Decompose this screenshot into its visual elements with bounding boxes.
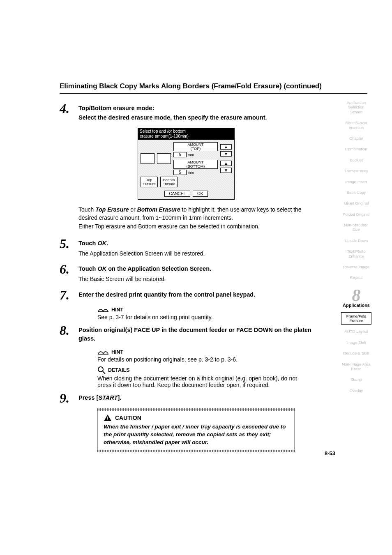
- step-9: 9. Press [START].: [60, 391, 367, 405]
- hint-icon: [97, 306, 109, 313]
- sidebar-item[interactable]: Overlay: [341, 387, 371, 394]
- sidebar-item[interactable]: Transparency: [341, 167, 371, 175]
- step-8-number: 8.: [60, 324, 78, 337]
- top-amount-value: 5: [173, 152, 187, 157]
- sidebar-item[interactable]: Booklet: [341, 156, 371, 164]
- sidebar-item[interactable]: Text/Photo Enhance: [341, 247, 371, 260]
- sidebar-item[interactable]: Book Copy: [341, 189, 371, 196]
- step-8-heading: Position original(s) FACE UP in the docu…: [78, 326, 313, 343]
- sidebar-item[interactable]: Non-Standard Size: [341, 221, 371, 234]
- svg-text:!: !: [107, 416, 108, 421]
- sidebar-item[interactable]: Reverse Image: [341, 263, 371, 271]
- sidebar-item[interactable]: AUTO Layout: [341, 327, 371, 335]
- step-8: 8. Position original(s) FACE UP in the d…: [60, 324, 367, 344]
- bottom-decrease-button[interactable]: ▼: [220, 168, 232, 173]
- page-title: Eliminating Black Copy Marks Along Borde…: [60, 82, 367, 94]
- sidebar-item[interactable]: Non-Image Area Erase: [341, 360, 371, 373]
- step-9-heading: Press [START].: [78, 394, 367, 402]
- unit-label: mm: [188, 153, 194, 157]
- step-7-heading: Enter the desired print quantity from th…: [78, 290, 367, 299]
- step-5-heading: Touch OK.: [78, 239, 367, 248]
- hint-label: HINT: [111, 307, 123, 313]
- step-6-heading: Touch OK on the Application Selection Sc…: [78, 265, 367, 273]
- sidebar-item[interactable]: Reduce & Shift: [341, 349, 371, 357]
- svg-rect-1: [98, 354, 108, 355]
- chapter-label: Applications: [341, 303, 371, 308]
- step-7-hint-text: See p. 3-7 for details on setting print …: [97, 314, 367, 320]
- magnifier-icon: [97, 366, 106, 374]
- step-4-heading-line1: Top/Bottom erasure mode:: [78, 104, 367, 113]
- caution-label: CAUTION: [115, 415, 141, 421]
- sidebar-item[interactable]: Repeat: [341, 274, 371, 281]
- bottom-amount-value: 5: [173, 170, 187, 175]
- sidebar-chapter: 8 Applications: [341, 288, 371, 308]
- sidebar-item[interactable]: Upside Down: [341, 237, 371, 244]
- dialog-title: Select top and /or bottom erasure amount…: [138, 128, 234, 140]
- step-4-heading-line2: Select the desired erasure mode, then sp…: [78, 113, 367, 122]
- sidebar-item[interactable]: Mixed Original: [341, 199, 371, 207]
- step-8-details: DETAILS When closing the document feeder…: [97, 366, 367, 388]
- sidebar-item-frame-fold-erasure[interactable]: Frame/Fold Erasure: [341, 312, 371, 325]
- caution-text: When the finisher / paper exit / inner t…: [104, 423, 288, 447]
- sidebar-item[interactable]: Chapter: [341, 134, 371, 142]
- top-erasure-preview: [141, 153, 154, 164]
- hint-icon: [97, 349, 109, 355]
- sidebar-item[interactable]: Image Insert: [341, 178, 371, 186]
- unit-label-2: mm: [188, 170, 194, 175]
- amount-bottom-label: AMOUNT (BOTTOM): [173, 160, 218, 169]
- warning-icon: !: [104, 414, 112, 421]
- step-4-number: 4.: [60, 102, 78, 115]
- sidebar-item[interactable]: Folded Original: [341, 210, 371, 218]
- top-decrease-button[interactable]: ▼: [220, 151, 232, 157]
- step-5-text: The Application Selection Screen will be…: [78, 249, 367, 258]
- step-5: 5. Touch OK. The Application Selection S…: [60, 237, 367, 258]
- chapter-number: 8: [341, 288, 371, 304]
- bottom-erasure-preview: [157, 153, 171, 164]
- bottom-erasure-tab[interactable]: Bottom Erasure: [160, 177, 178, 187]
- top-increase-button[interactable]: ▲: [220, 144, 232, 150]
- step-6: 6. Touch OK on the Application Selection…: [60, 263, 367, 283]
- svg-line-3: [103, 371, 105, 374]
- step-9-number: 9.: [60, 391, 78, 405]
- step-7-hint: HINT See p. 3-7 for details on setting p…: [97, 306, 367, 320]
- sidebar: Application Selection Screen Sheet/Cover…: [341, 99, 371, 394]
- step-5-number: 5.: [60, 237, 78, 250]
- page-number: 8-53: [325, 450, 335, 456]
- step-7-number: 7.: [60, 288, 78, 302]
- details-label: DETAILS: [108, 367, 130, 373]
- step-4: 4. Top/Bottom erasure mode: Select the d…: [60, 102, 367, 123]
- sidebar-item[interactable]: Image Shift: [341, 339, 371, 346]
- cancel-button[interactable]: CANCEL: [164, 191, 190, 197]
- svg-point-2: [98, 367, 103, 372]
- sidebar-item[interactable]: Combination: [341, 145, 371, 153]
- step-8-hint-text: For details on positioning originals, se…: [97, 356, 367, 363]
- sidebar-item[interactable]: Stamp: [341, 375, 371, 383]
- top-erasure-tab[interactable]: Top Erasure: [141, 177, 158, 187]
- bottom-increase-button[interactable]: ▲: [220, 161, 232, 166]
- sidebar-item[interactable]: Application Selection Screen: [341, 99, 371, 116]
- erasure-mode-dialog: Select top and /or bottom erasure amount…: [138, 128, 235, 200]
- step-8-hint: HINT For details on positioning original…: [97, 349, 367, 363]
- caution-box: ! CAUTION When the finisher / paper exit…: [97, 410, 295, 451]
- step-8-details-text: When closing the document feeder on a th…: [97, 375, 297, 388]
- step-6-text: The Basic Screen will be restored.: [78, 275, 367, 283]
- hint-label: HINT: [111, 349, 123, 355]
- step-4-paragraph: Touch Top Erasure or Bottom Erasure to h…: [78, 205, 317, 230]
- step-6-number: 6.: [60, 263, 78, 276]
- step-7: 7. Enter the desired print quantity from…: [60, 288, 367, 302]
- sidebar-item[interactable]: Sheet/Cover Insertion: [341, 119, 371, 131]
- amount-top-label: AMOUNT (TOP): [173, 142, 218, 151]
- svg-rect-0: [98, 311, 108, 312]
- ok-button[interactable]: OK: [193, 191, 208, 197]
